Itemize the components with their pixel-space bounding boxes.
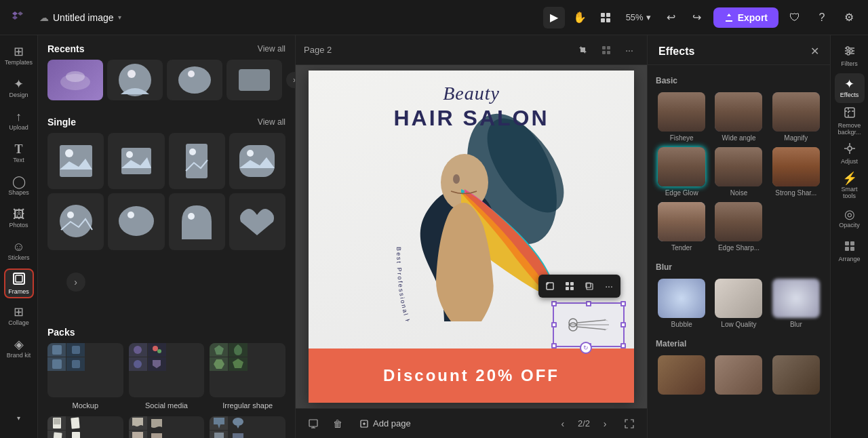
pointer-tool-btn[interactable]: ▶ [543,7,565,28]
document-title-btn[interactable]: ☁ Untitled image ▾ [33,9,128,26]
frame-circle[interactable] [47,193,104,250]
sidebar-item-stickers[interactable]: ☺ Stickers [4,236,34,266]
frame-grid-btn[interactable] [561,277,578,295]
canvas-crop-btn[interactable] [574,41,593,60]
canvas-delete-btn[interactable]: 🗑 [328,414,347,433]
effect-edge-glow-label: Edge Glow [665,189,698,197]
handle-ml[interactable] [551,322,557,327]
effects-close-btn[interactable]: ✕ [810,45,819,58]
effect-low-quality[interactable]: Low Quality [713,279,764,328]
right-item-arrange[interactable]: Arrange [835,236,865,266]
recents-next-btn[interactable]: › [286,72,295,88]
redo-btn[interactable]: ↪ [686,7,708,28]
sidebar-item-templates[interactable]: ⊞ Templates [4,41,34,71]
effect-edge-sharp-label: Edge Sharp... [718,244,760,252]
right-item-filters[interactable]: Filters [835,41,865,71]
recent-item[interactable] [107,60,163,100]
single-view-all[interactable]: View all [258,117,285,127]
effect-material-1[interactable] [656,355,707,397]
selected-element[interactable] [553,302,625,347]
pack-polaroids[interactable]: Polaroids and photo fra... [47,416,123,438]
handle-mt[interactable] [586,301,591,306]
effect-edge-sharp[interactable]: Edge Sharp... [713,202,764,252]
sidebar-item-brand[interactable]: ◈ Brand kit [4,334,34,363]
handle-tr[interactable] [620,301,626,306]
canvas-wrapper[interactable]: Beauty HAIR SALON [296,65,647,408]
frame-landscape[interactable] [108,133,164,189]
sidebar-item-photos[interactable]: 🖼 Photos [4,203,34,233]
pack-social-media[interactable]: Social media [129,343,205,411]
effect-bubble[interactable]: Bubble [656,279,707,328]
effect-edge-glow[interactable]: Edge Glow [656,147,707,197]
frame-more-btn[interactable]: ··· [600,277,618,295]
recents-view-all[interactable]: View all [258,44,285,54]
single-next-btn[interactable]: › [47,254,104,311]
next-page-btn[interactable]: › [595,414,614,433]
frame-arch[interactable] [169,193,225,250]
settings-btn[interactable]: ⚙ [838,7,860,28]
export-btn[interactable]: Export [713,7,778,28]
svg-point-24 [127,212,134,218]
right-item-remove-bg[interactable]: Remove backgr... [835,106,865,136]
pack-mockup[interactable]: Mockup [47,343,123,411]
single-header: Single View all [38,108,295,133]
add-page-btn[interactable]: Add page [353,416,418,431]
zoom-control[interactable]: 55% ▾ [620,9,656,25]
main-area: ⊞ Templates ✦ Design ↑ Upload T Text ◯ S… [0,35,868,438]
sidebar-collapse-btn[interactable]: ▾ [4,403,34,433]
layout-tool-btn[interactable] [595,7,616,28]
prev-page-btn[interactable]: ‹ [553,414,572,433]
right-item-adjust[interactable]: Adjust [835,138,865,168]
canvas-page-icon[interactable] [597,41,616,60]
undo-btn[interactable]: ↩ [660,7,682,28]
handle-mr[interactable] [620,322,626,327]
rotate-handle[interactable]: ↻ [580,342,592,354]
recent-item[interactable] [47,60,103,100]
canvas-present-btn[interactable] [304,414,323,433]
pack-torn-paper[interactable]: Torn paper [129,416,205,438]
sidebar-item-frames[interactable]: Frames [4,268,34,298]
handle-br[interactable] [620,343,626,349]
recent-item[interactable] [167,60,222,100]
svg-rect-37 [71,417,79,429]
effect-noise[interactable]: Noise [713,147,764,197]
sidebar-item-design[interactable]: ✦ Design [4,73,34,103]
effect-blur[interactable]: Blur [770,279,822,328]
right-item-opacity[interactable]: ◎ Opacity [835,203,865,233]
shield-btn[interactable]: 🛡 [784,7,806,28]
effect-wide[interactable]: Wide angle [713,92,764,142]
sidebar-item-shapes[interactable]: ◯ Shapes [4,171,34,201]
effect-strong[interactable]: Strong Shar... [770,147,822,197]
effect-magnify[interactable]: Magnify [770,92,822,142]
effect-tender[interactable]: Tender [656,202,707,252]
right-item-effects[interactable]: ✦ Effects [835,73,865,103]
hand-tool-btn[interactable]: ✋ [569,7,591,28]
sidebar-item-collage[interactable]: ⊞ Collage [4,301,34,331]
canvas-tools: ▶ ✋ 55% ▾ ↩ ↪ [543,7,708,28]
handle-tl[interactable] [551,301,557,306]
sidebar-item-upload[interactable]: ↑ Upload [4,106,34,136]
effect-material-3[interactable] [770,355,822,397]
effect-fisheye[interactable]: Fisheye [656,92,707,142]
svg-rect-64 [587,283,593,290]
frame-crop-btn[interactable] [541,277,559,295]
help-btn[interactable]: ? [811,7,833,28]
frame-portrait[interactable] [169,133,225,189]
handle-bl[interactable] [551,343,557,349]
recent-item[interactable] [226,60,282,100]
frame-copy-btn[interactable] [580,277,598,295]
pack-irregular[interactable]: Irregular shape [210,343,285,411]
frame-heart[interactable] [229,193,285,250]
frame-oval[interactable] [108,193,164,250]
effect-material-2[interactable] [713,355,764,397]
fullscreen-btn[interactable] [620,414,639,433]
canvas-more-btn[interactable]: ··· [620,41,639,60]
right-label-filters: Filters [841,60,858,67]
frame-rounded[interactable] [229,133,285,189]
sidebar-item-text[interactable]: T Text [4,138,34,168]
right-item-smart-tools[interactable]: ⚡ Smart tools [835,171,865,201]
app-logo[interactable] [8,8,27,27]
pack-speech-balloons[interactable]: Speech balloons [210,416,285,438]
frame-rect[interactable] [47,133,104,189]
effect-strong-thumb [772,147,820,186]
